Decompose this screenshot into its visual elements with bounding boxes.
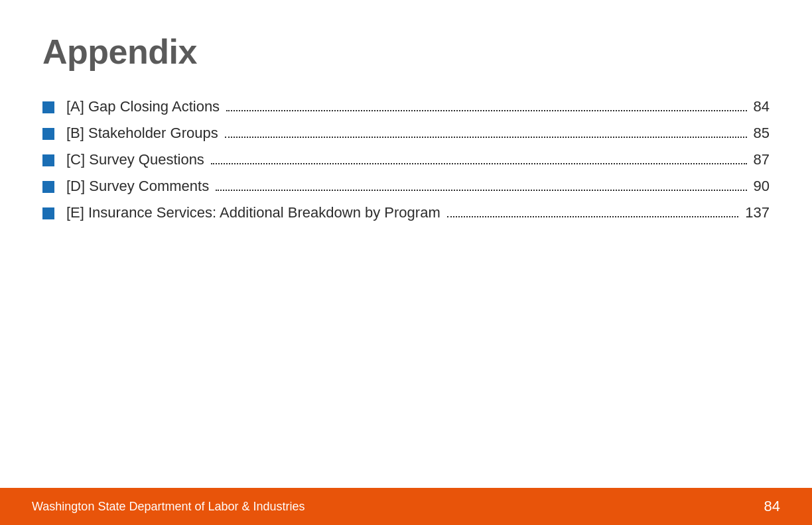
toc-dots-e <box>447 216 739 217</box>
list-item: [D] Survey Comments 90 <box>42 178 770 195</box>
footer: Washington State Department of Labor & I… <box>0 488 812 525</box>
footer-organization: Washington State Department of Labor & I… <box>32 500 305 514</box>
toc-dots-a <box>226 110 746 111</box>
toc-item-label-e: [E] Insurance Services: Additional Break… <box>66 204 440 221</box>
bullet-icon <box>42 128 54 140</box>
toc-item-label-a: [A] Gap Closing Actions <box>66 98 220 115</box>
toc-dots-c <box>211 163 747 164</box>
footer-page-number: 84 <box>764 498 780 515</box>
toc-page-c: 87 <box>754 151 770 168</box>
toc-list: [A] Gap Closing Actions 84 [B] Stakehold… <box>42 98 770 221</box>
toc-page-a: 84 <box>754 98 770 115</box>
toc-dots-b <box>225 137 747 138</box>
toc-item-label-d: [D] Survey Comments <box>66 178 209 195</box>
list-item: [B] Stakeholder Groups 85 <box>42 125 770 142</box>
list-item: [C] Survey Questions 87 <box>42 151 770 168</box>
toc-page-b: 85 <box>754 125 770 142</box>
page-title: Appendix <box>42 32 770 72</box>
toc-item-label-b: [B] Stakeholder Groups <box>66 125 218 142</box>
toc-page-e: 137 <box>745 204 770 221</box>
bullet-icon <box>42 207 54 219</box>
toc-dots-d <box>216 190 746 191</box>
list-item: [E] Insurance Services: Additional Break… <box>42 204 770 221</box>
toc-page-d: 90 <box>754 178 770 195</box>
toc-item-label-c: [C] Survey Questions <box>66 151 204 168</box>
main-content: Appendix [A] Gap Closing Actions 84 [B] … <box>0 0 812 221</box>
bullet-icon <box>42 154 54 166</box>
bullet-icon <box>42 181 54 193</box>
bullet-icon <box>42 101 54 113</box>
list-item: [A] Gap Closing Actions 84 <box>42 98 770 115</box>
